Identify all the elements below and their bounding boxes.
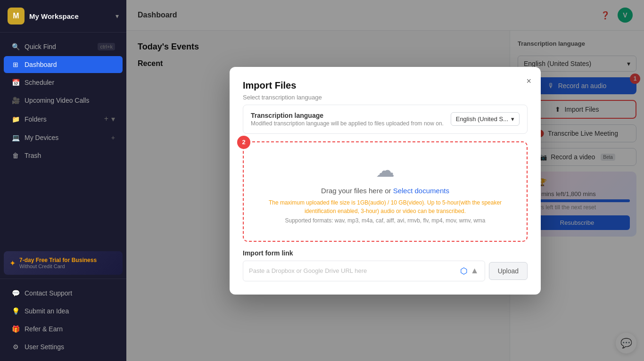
sidebar-item-label: User Settings	[25, 343, 115, 351]
lang-box-info: Transcription language Modified transcri…	[251, 112, 444, 127]
sidebar-bottom: 💬 Contact Support 💡 Submit an Idea 🎁 Ref…	[0, 279, 126, 361]
search-icon: 🔍	[11, 43, 20, 50]
devices-icon: 💻	[11, 134, 20, 141]
workspace-header[interactable]: M My Workspace ▾	[0, 0, 126, 33]
modal-lang-section: Select transcription language Transcript…	[243, 94, 528, 134]
sidebar-item-label: Folders	[25, 115, 99, 123]
sidebar: M My Workspace ▾ 🔍 Quick Find ctrl+k ⊞ D…	[0, 0, 126, 361]
chevron-down-icon[interactable]: ▾	[111, 115, 115, 123]
sidebar-item-contact-support[interactable]: 💬 Contact Support	[4, 285, 123, 302]
cloud-icons: ⬡ ▲	[460, 266, 479, 276]
dashboard-icon: ⊞	[11, 61, 20, 68]
modal-overlay[interactable]: Import Files × Select transcription lang…	[126, 0, 644, 361]
lang-select-value: English (United S...	[456, 115, 508, 123]
support-icon: 💬	[11, 289, 20, 297]
dropbox-icon: ⬡	[460, 266, 468, 276]
select-documents-link[interactable]: Select documents	[393, 187, 449, 195]
modal-close-button[interactable]: ×	[526, 76, 531, 86]
trial-sub: Without Credit Card	[19, 263, 97, 269]
gift-icon: 🎁	[11, 325, 20, 333]
lang-box-sub: Modified transcription language will be …	[251, 120, 444, 127]
scheduler-icon: 📅	[11, 79, 20, 86]
lang-box: Transcription language Modified transcri…	[243, 105, 528, 134]
star-icon: ✦	[9, 259, 16, 268]
plus-icon[interactable]: +	[104, 115, 108, 123]
chevron-down-icon: ▾	[116, 12, 119, 20]
import-link-section: Import form link Paste a Dropbox or Goog…	[243, 249, 528, 281]
drop-zone[interactable]: ☁ Drag your files here or Select documen…	[243, 141, 528, 242]
import-link-row: Paste a Dropbox or Google Drive URL here…	[243, 261, 528, 281]
upload-button[interactable]: Upload	[489, 262, 528, 280]
sidebar-item-label: Dashboard	[25, 61, 115, 68]
folder-icon: 📁	[11, 115, 20, 123]
sidebar-item-label: Submit an Idea	[25, 307, 115, 315]
sidebar-item-label: My Devices	[25, 134, 107, 141]
gdrive-icon: ▲	[471, 266, 479, 276]
drop-zone-container: 2 ☁ Drag your files here or Select docum…	[243, 141, 528, 281]
sidebar-item-label: Refer & Earn	[25, 325, 115, 333]
sidebar-item-label: Quick Find	[25, 43, 93, 50]
idea-icon: 💡	[11, 307, 20, 315]
drop-formats: Supported formats: wav, mp3, m4a, caf, a…	[255, 217, 515, 224]
folder-actions: + ▾	[104, 115, 115, 123]
trial-label: 7-day Free Trial for Business	[19, 257, 97, 263]
sidebar-item-label: Trash	[25, 152, 115, 159]
sidebar-item-my-devices[interactable]: 💻 My Devices +	[4, 129, 123, 146]
video-icon: 🎥	[11, 97, 20, 104]
keyboard-shortcut: ctrl+k	[98, 43, 115, 50]
sidebar-item-submit-idea[interactable]: 💡 Submit an Idea	[4, 303, 123, 320]
sidebar-item-upcoming-video-calls[interactable]: 🎥 Upcoming Video Calls	[4, 92, 123, 109]
sidebar-item-scheduler[interactable]: 📅 Scheduler	[4, 74, 123, 91]
sidebar-item-refer-earn[interactable]: 🎁 Refer & Earn	[4, 320, 123, 337]
step-badge-2: 2	[237, 136, 250, 149]
sidebar-item-quick-find[interactable]: 🔍 Quick Find ctrl+k	[4, 38, 123, 55]
chevron-down-icon: ▾	[511, 115, 514, 123]
settings-icon: ⚙	[11, 343, 20, 351]
lang-box-title: Transcription language	[251, 112, 444, 119]
modal-lang-dropdown[interactable]: English (United S... ▾	[451, 112, 520, 126]
select-lang-label: Select transcription language	[243, 94, 528, 101]
drop-info: The maximum uploaded file size is 1GB(au…	[255, 198, 515, 215]
sidebar-item-label: Upcoming Video Calls	[25, 97, 115, 104]
sidebar-item-trash[interactable]: 🗑 Trash	[4, 147, 123, 164]
plus-icon[interactable]: +	[111, 134, 115, 141]
workspace-avatar: M	[8, 8, 25, 25]
sidebar-item-label: Scheduler	[25, 79, 115, 86]
trial-banner[interactable]: ✦ 7-day Free Trial for Business Without …	[4, 251, 123, 275]
trash-icon: 🗑	[11, 152, 20, 159]
import-link-label: Import form link	[243, 249, 528, 257]
sidebar-item-user-settings[interactable]: ⚙ User Settings	[4, 338, 123, 355]
sidebar-nav: 🔍 Quick Find ctrl+k ⊞ Dashboard 📅 Schedu…	[0, 33, 126, 247]
import-link-input-wrapper: Paste a Dropbox or Google Drive URL here…	[243, 261, 485, 281]
sidebar-item-folders[interactable]: 📁 Folders + ▾	[4, 110, 123, 128]
modal-title: Import Files	[243, 80, 528, 91]
upload-cloud-icon: ☁	[255, 159, 515, 181]
sidebar-item-label: Contact Support	[25, 289, 115, 297]
import-files-modal: Import Files × Select transcription lang…	[230, 67, 541, 295]
workspace-name: My Workspace	[29, 12, 79, 20]
main-area: Dashboard ❓ V Today's Events Recent No r…	[126, 0, 644, 361]
drop-text: Drag your files here or Select documents	[255, 187, 515, 195]
sidebar-item-dashboard[interactable]: ⊞ Dashboard	[4, 56, 123, 73]
import-link-placeholder: Paste a Dropbox or Google Drive URL here	[249, 267, 454, 274]
